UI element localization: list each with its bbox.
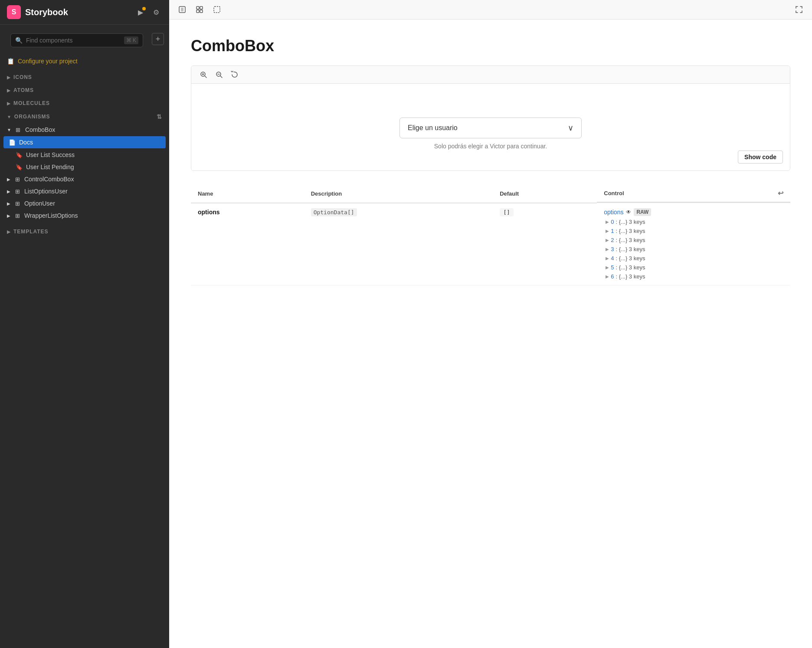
section-atoms-label: ATOMS (13, 87, 34, 93)
control-options: options 👁 RAW ▶ 0 : {...} 3 keys ▶ (604, 208, 783, 280)
grid-outline-icon[interactable] (211, 3, 223, 16)
sidebar-section-atoms[interactable]: ▶ ATOMS (0, 84, 169, 97)
docs-label: Docs (19, 139, 33, 146)
item-label: : {...} 3 keys (616, 255, 645, 262)
zoom-out-icon[interactable] (214, 69, 224, 80)
sidebar-header: S Storybook ▶ ⚙ (0, 0, 169, 25)
chevron-right-icon: ▶ (7, 88, 11, 93)
sidebar-item-option-user[interactable]: ▶ ⊞ OptionUser (0, 197, 169, 209)
svg-rect-4 (200, 10, 203, 13)
sidebar-section-molecules[interactable]: ▶ MOLECULES (0, 97, 169, 110)
sidebar-item-control-combobox[interactable]: ▶ ⊞ ControlComboBox (0, 173, 169, 185)
item-index: 4 (611, 255, 614, 262)
raw-badge[interactable]: RAW (634, 208, 651, 216)
options-item-1[interactable]: ▶ 1 : {...} 3 keys (604, 228, 645, 234)
chevron-right-icon: ▶ (7, 213, 10, 218)
chevron-down-icon: ▼ (7, 128, 11, 132)
chevron-right-icon: ▶ (7, 75, 11, 80)
options-item-0[interactable]: ▶ 0 : {...} 3 keys (604, 219, 645, 225)
chevron-down-icon: ▼ (7, 115, 12, 119)
configure-project[interactable]: 📋 Configure your project (0, 53, 169, 69)
svg-rect-1 (196, 7, 199, 9)
triangle-icon: ▶ (606, 229, 609, 233)
list-options-user-label: ListOptionsUser (24, 188, 68, 195)
component-icon: ⊞ (14, 213, 21, 219)
search-row: 🔍 ⌘ K + (0, 25, 169, 53)
options-header: options 👁 RAW (604, 208, 651, 216)
sidebar-item-combobox[interactable]: ▼ ⊞ ComboBox (0, 124, 169, 136)
svg-rect-2 (200, 7, 203, 9)
item-index: 0 (611, 219, 614, 225)
controls-table-header: Name Description Default Control ↩ (191, 185, 790, 203)
play-button[interactable]: ▶ (134, 6, 147, 18)
options-item-3[interactable]: ▶ 3 : {...} 3 keys (604, 246, 645, 252)
search-input[interactable] (26, 37, 121, 44)
col-default: Default (493, 185, 597, 203)
item-index: 2 (611, 237, 614, 243)
section-organisms-label: ORGANISMS (14, 114, 50, 120)
add-button[interactable]: + (152, 33, 164, 45)
sidebar-item-user-list-pending[interactable]: 🔖 User List Pending (0, 161, 169, 173)
section-templates-label: TEMPLATES (13, 229, 48, 235)
col-name: Name (191, 185, 304, 203)
item-label: : {...} 3 keys (616, 264, 645, 271)
combobox-select[interactable]: Elige un usuario ∨ (399, 118, 582, 138)
control-combobox-label: ControlComboBox (24, 176, 74, 183)
section-icons-label: ICONS (13, 74, 32, 80)
chevron-right-icon: ▶ (7, 229, 11, 234)
preview-content: Elige un usuario ∨ Solo podrás elegir a … (191, 84, 790, 170)
search-bar[interactable]: 🔍 ⌘ K (10, 33, 143, 47)
user-list-pending-label: User List Pending (26, 164, 74, 170)
component-icon: ⊞ (14, 176, 21, 183)
show-code-button[interactable]: Show code (738, 151, 783, 164)
header-icons: ▶ ⚙ (134, 6, 162, 18)
options-label[interactable]: options (604, 209, 623, 216)
options-item-5[interactable]: ▶ 5 : {...} 3 keys (604, 264, 645, 271)
zoom-in-icon[interactable] (198, 69, 209, 80)
sidebar-section-icons[interactable]: ▶ ICONS (0, 71, 169, 84)
sidebar-item-list-options-user[interactable]: ▶ ⊞ ListOptionsUser (0, 185, 169, 197)
triangle-icon: ▶ (606, 265, 609, 270)
grid-single-icon[interactable] (176, 3, 188, 16)
wrapper-list-options-label: WrapperListOptions (24, 212, 78, 219)
search-icon: 🔍 (15, 37, 23, 44)
fullscreen-button[interactable] (793, 3, 805, 16)
options-item-2[interactable]: ▶ 2 : {...} 3 keys (604, 237, 645, 243)
grid-multi-icon[interactable] (193, 3, 206, 16)
top-toolbar (169, 0, 812, 20)
chevron-right-icon: ▶ (7, 101, 11, 106)
triangle-icon: ▶ (606, 238, 609, 242)
item-index: 5 (611, 264, 614, 271)
sidebar-section-organisms[interactable]: ▼ ORGANISMS ⇅ (0, 110, 169, 124)
main-content: ComboBox Elige un usuario ∨ (169, 0, 812, 648)
item-index: 1 (611, 228, 614, 234)
prop-name: options (198, 209, 220, 216)
triangle-icon: ▶ (606, 219, 609, 224)
options-item-4[interactable]: ▶ 4 : {...} 3 keys (604, 255, 645, 262)
sidebar-item-wrapper-list-options[interactable]: ▶ ⊞ WrapperListOptions (0, 209, 169, 222)
content-area: ComboBox Elige un usuario ∨ (169, 20, 812, 648)
sidebar-section-templates[interactable]: ▶ TEMPLATES (0, 225, 169, 238)
docs-icon: 📄 (9, 139, 16, 146)
prop-type: OptionData[] (311, 208, 357, 216)
reset-controls-icon[interactable]: ↩ (778, 189, 783, 197)
item-label: : {...} 3 keys (616, 273, 645, 280)
sort-icon[interactable]: ⇅ (157, 113, 162, 120)
page-title: ComboBox (191, 37, 790, 55)
preview-box: Elige un usuario ∨ Solo podrás elegir a … (191, 65, 790, 171)
sidebar-title: Storybook (25, 7, 130, 17)
preview-toolbar (191, 66, 790, 84)
item-index: 3 (611, 246, 614, 252)
options-item-6[interactable]: ▶ 6 : {...} 3 keys (604, 273, 645, 280)
settings-button[interactable]: ⚙ (150, 6, 162, 18)
item-label: : {...} 3 keys (616, 228, 645, 234)
sidebar-item-user-list-success[interactable]: 🔖 User List Success (0, 149, 169, 161)
chevron-right-icon: ▶ (7, 189, 10, 194)
zoom-reset-icon[interactable] (229, 69, 240, 80)
triangle-icon: ▶ (606, 247, 609, 252)
svg-line-9 (205, 76, 206, 78)
chevron-right-icon: ▶ (7, 201, 10, 206)
eye-icon[interactable]: 👁 (626, 209, 631, 215)
sidebar-item-docs[interactable]: 📄 Docs (3, 136, 166, 148)
component-icon: ⊞ (14, 188, 21, 195)
